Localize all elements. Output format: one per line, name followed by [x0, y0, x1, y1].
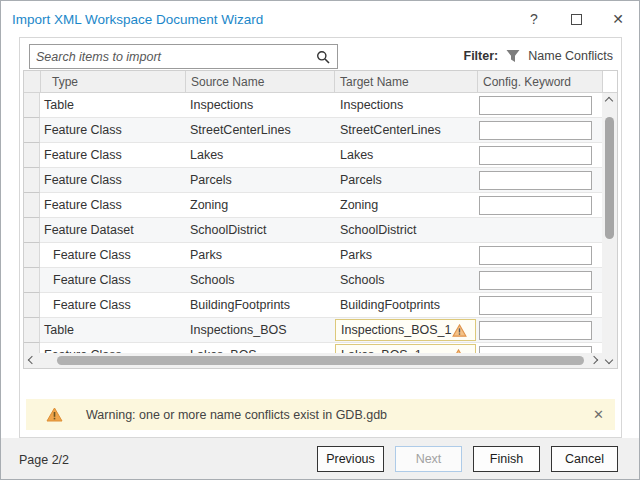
cell-config-keyword	[477, 118, 602, 143]
table-row[interactable]: Feature Class Parks Parks	[24, 243, 602, 268]
maximize-button[interactable]	[555, 4, 597, 34]
target-text: SchoolDistrict	[340, 223, 416, 237]
next-button[interactable]: Next	[395, 446, 462, 472]
config-keyword-input[interactable]	[479, 196, 592, 215]
config-keyword-input[interactable]	[479, 171, 592, 190]
config-keyword-input[interactable]	[479, 121, 592, 140]
row-selector[interactable]	[24, 93, 40, 118]
horizontal-scroll-thumb[interactable]	[57, 356, 584, 365]
search-icon[interactable]	[316, 50, 330, 64]
row-selector[interactable]	[24, 268, 40, 293]
row-selector[interactable]	[24, 168, 40, 193]
cell-target[interactable]: Parcels	[334, 168, 477, 193]
cell-type: Feature Dataset	[40, 218, 185, 243]
help-button[interactable]: ?	[513, 4, 555, 34]
source-text: Inspections_BOS	[190, 323, 287, 337]
table-row[interactable]: Feature Dataset SchoolDistrict SchoolDis…	[24, 218, 602, 243]
table-row[interactable]: Feature Class Zoning Zoning	[24, 193, 602, 218]
table-row[interactable]: Feature Class BuildingFootprints Buildin…	[24, 293, 602, 318]
source-text: Inspections	[190, 98, 253, 112]
conflict-warning-icon	[452, 324, 467, 337]
row-selector[interactable]	[24, 118, 40, 143]
header-type: Type	[40, 71, 185, 92]
config-keyword-input[interactable]	[479, 296, 592, 315]
target-text: Inspections_BOS_1	[341, 323, 452, 337]
source-text: Schools	[190, 273, 234, 287]
row-selector[interactable]	[24, 293, 40, 318]
table-row[interactable]: Feature Class Parcels Parcels	[24, 168, 602, 193]
horizontal-scrollbar[interactable]	[24, 353, 602, 368]
type-text: Feature Class	[53, 248, 131, 262]
cell-source: Inspections	[185, 93, 334, 118]
row-selector[interactable]	[24, 318, 40, 343]
cell-target[interactable]: Lakes	[334, 143, 477, 168]
cell-source: Zoning	[185, 193, 334, 218]
config-keyword-input[interactable]	[479, 321, 592, 340]
cell-config-keyword	[477, 93, 602, 118]
table-row[interactable]: Feature Class StreetCenterLines StreetCe…	[24, 118, 602, 143]
config-keyword-input[interactable]	[479, 246, 592, 265]
target-box: Schools	[335, 269, 476, 291]
vertical-scrollbar[interactable]	[602, 93, 617, 368]
vertical-scroll-thumb[interactable]	[605, 117, 614, 239]
filter-control[interactable]: Filter: Name Conflicts	[464, 49, 613, 63]
table-row[interactable]: Table Inspections Inspections	[24, 93, 602, 118]
cell-target[interactable]: StreetCenterLines	[334, 118, 477, 143]
source-text: BuildingFootprints	[190, 298, 290, 312]
cell-type: Feature Class	[40, 268, 185, 293]
scroll-down-icon[interactable]	[605, 356, 613, 364]
target-box: StreetCenterLines	[335, 119, 476, 141]
filter-value: Name Conflicts	[528, 49, 613, 63]
cell-config-keyword	[477, 293, 602, 318]
previous-button[interactable]: Previous	[317, 446, 384, 472]
type-text: Feature Class	[53, 273, 131, 287]
source-text: Lakes	[190, 148, 223, 162]
wizard-dialog: Import XML Workspace Document Wizard ? ✕…	[0, 0, 640, 480]
cell-source: Parks	[185, 243, 334, 268]
cell-target[interactable]: Inspections	[334, 93, 477, 118]
scroll-left-icon[interactable]	[28, 356, 36, 364]
config-keyword-input[interactable]	[479, 271, 592, 290]
close-icon: ✕	[612, 11, 624, 27]
target-text: Schools	[340, 273, 384, 287]
row-selector[interactable]	[24, 243, 40, 268]
cell-config-keyword	[477, 318, 602, 343]
target-box: Parks	[335, 244, 476, 266]
target-box: Inspections_BOS_1	[335, 319, 476, 341]
cell-type: Feature Class	[40, 168, 185, 193]
cell-target[interactable]: Parks	[334, 243, 477, 268]
cell-target[interactable]: Inspections_BOS_1	[334, 318, 477, 343]
cell-config-keyword	[477, 243, 602, 268]
row-selector[interactable]	[24, 193, 40, 218]
table-row[interactable]: Table Inspections_BOS Inspections_BOS_1	[24, 318, 602, 343]
cell-target[interactable]: BuildingFootprints	[334, 293, 477, 318]
cell-target[interactable]: SchoolDistrict	[334, 218, 477, 243]
window-title: Import XML Workspace Document Wizard	[12, 12, 263, 27]
cell-source: Parcels	[185, 168, 334, 193]
row-selector[interactable]	[24, 218, 40, 243]
type-text: Feature Class	[44, 173, 122, 187]
config-keyword-input[interactable]	[479, 96, 592, 115]
warning-close-icon[interactable]: ✕	[593, 399, 604, 430]
close-button[interactable]: ✕	[597, 4, 639, 34]
cancel-button[interactable]: Cancel	[551, 446, 618, 472]
type-text: Feature Dataset	[44, 223, 134, 237]
scroll-up-icon[interactable]	[605, 97, 613, 105]
table-row[interactable]: Feature Class Schools Schools	[24, 268, 602, 293]
type-text: Table	[44, 98, 74, 112]
target-text: StreetCenterLines	[340, 123, 441, 137]
target-text: Parks	[340, 248, 372, 262]
table-row[interactable]: Feature Class Lakes Lakes	[24, 143, 602, 168]
page-indicator: Page 2/2	[19, 438, 69, 480]
finish-button[interactable]: Finish	[473, 446, 540, 472]
cell-type: Feature Class	[40, 143, 185, 168]
row-selector[interactable]	[24, 143, 40, 168]
source-text: Zoning	[190, 198, 228, 212]
cell-target[interactable]: Zoning	[334, 193, 477, 218]
cell-target[interactable]: Schools	[334, 268, 477, 293]
warning-banner: Warning: one or more name conflicts exis…	[26, 399, 615, 430]
cell-type: Feature Class	[40, 118, 185, 143]
scroll-right-icon[interactable]	[590, 356, 598, 364]
search-input[interactable]	[30, 45, 316, 68]
config-keyword-input[interactable]	[479, 146, 592, 165]
